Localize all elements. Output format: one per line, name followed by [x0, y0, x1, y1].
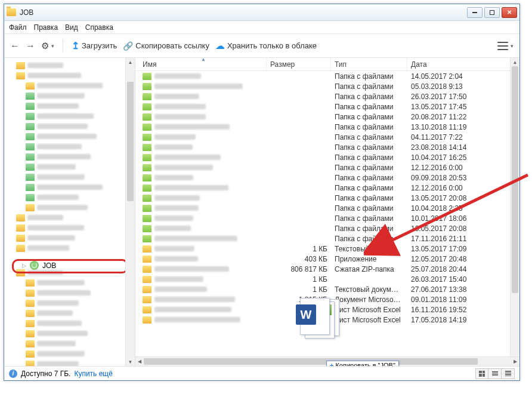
file-row[interactable]: 1 КБ26.03.2017 15:40	[135, 274, 519, 284]
sidebar-item[interactable]	[4, 278, 135, 288]
sidebar-item[interactable]	[4, 359, 135, 366]
sidebar-scrollbar[interactable]: ▲ ▼	[125, 58, 135, 366]
sidebar-item[interactable]	[4, 223, 135, 233]
file-row[interactable]: 1 КБТекстовый докум…13.05.2017 17:09	[135, 244, 519, 254]
menu-edit[interactable]: Правка	[34, 23, 58, 32]
folder-icon	[26, 184, 35, 191]
sidebar-item[interactable]	[4, 328, 135, 338]
scroll-left-icon[interactable]: ◀	[135, 357, 144, 366]
folder-icon	[143, 73, 151, 80]
blurred-filename	[154, 94, 199, 99]
sidebar-item[interactable]	[4, 162, 135, 172]
file-row[interactable]: 403 КБПриложение12.05.2017 20:48	[135, 254, 519, 264]
sidebar-item[interactable]	[4, 81, 135, 91]
file-date-cell: 26.03.2017 17:50	[407, 93, 519, 101]
sidebar-item[interactable]	[4, 152, 135, 162]
sidebar-item[interactable]	[4, 70, 135, 81]
cloud-icon: ☁	[215, 40, 225, 51]
sidebar-item[interactable]	[4, 131, 135, 141]
file-row[interactable]: 11 КБЛист Microsoft Excel17.05.2018 14:1…	[135, 315, 519, 325]
sidebar-item[interactable]	[4, 101, 135, 111]
file-row[interactable]: Папка с файлами13.05.2017 17:45	[135, 101, 519, 112]
file-row[interactable]: 1 КБТекстовый докум…27.06.2017 13:38	[135, 284, 519, 294]
view-list-button[interactable]	[488, 368, 502, 379]
column-date[interactable]: Дата	[407, 58, 519, 70]
file-row[interactable]: Папка с файлами12.12.2016 0:00	[135, 162, 519, 173]
view-icons-button[interactable]	[475, 368, 488, 379]
folder-icon	[16, 245, 25, 252]
file-row[interactable]: Папка с файлами09.09.2018 20:53	[135, 173, 519, 183]
copy-link-button[interactable]: 🔗Скопировать ссылку	[123, 41, 209, 51]
sidebar-item[interactable]	[4, 213, 135, 223]
sidebar-item[interactable]	[4, 60, 135, 70]
file-row[interactable]: 1 815 КБДокумент Microso…09.01.2018 11:0…	[135, 294, 519, 304]
cloud-only-button[interactable]: ☁Хранить только в облаке	[215, 40, 317, 51]
back-button[interactable]: ←	[10, 41, 20, 51]
scroll-thumb[interactable]	[127, 82, 134, 201]
sidebar-item[interactable]	[4, 121, 135, 131]
sidebar-item[interactable]	[4, 172, 135, 182]
view-mode-button[interactable]: ▾	[497, 42, 514, 50]
menu-help[interactable]: Справка	[85, 23, 113, 32]
scroll-up-icon[interactable]: ▲	[126, 58, 135, 66]
sidebar-item[interactable]	[4, 111, 135, 121]
blurred-filename	[154, 287, 207, 292]
file-row[interactable]: Папка с файлами05.03.2018 9:13	[135, 81, 519, 91]
file-row[interactable]: Папка с файлами14.05.2017 2:04	[135, 71, 519, 81]
file-row[interactable]: Папка с файлами26.03.2017 17:50	[135, 91, 519, 101]
titlebar: JOB ✕	[4, 4, 519, 21]
file-row[interactable]: 806 817 КБСжатая ZIP-папка25.07.2018 20:…	[135, 264, 519, 274]
file-size-cell: 1 КБ	[267, 285, 331, 294]
file-row[interactable]: Папка с файлами10.01.2017 18:06	[135, 213, 519, 223]
file-name-cell	[139, 195, 267, 202]
column-type[interactable]: Тип	[331, 58, 407, 70]
file-row[interactable]: Папка с файлами13.05.2017 20:08	[135, 223, 519, 233]
sidebar-item[interactable]	[4, 308, 135, 318]
sidebar-item[interactable]	[4, 243, 135, 253]
forward-button[interactable]: →	[26, 41, 35, 51]
buy-more-link[interactable]: Купить ещё	[74, 370, 113, 378]
file-row[interactable]: Папка с файлами13.10.2018 11:19	[135, 122, 519, 132]
scroll-down-icon[interactable]: ▼	[126, 358, 135, 366]
menu-file[interactable]: Файл	[9, 23, 27, 32]
file-row[interactable]: Папка с файлами23.08.2018 14:14	[135, 142, 519, 152]
sidebar-item[interactable]	[4, 349, 135, 359]
sidebar-item[interactable]	[4, 192, 135, 202]
blurred-filename	[154, 144, 193, 150]
file-row[interactable]: 13 КБЛист Microsoft Excel16.11.2016 19:5…	[135, 304, 519, 315]
sidebar-item[interactable]	[4, 141, 135, 152]
file-row[interactable]: Папка с файлами04.11.2017 7:22	[135, 132, 519, 142]
file-row[interactable]: Папка с файлами10.04.2018 2:35	[135, 203, 519, 213]
sidebar-item[interactable]	[4, 288, 135, 298]
minimize-button[interactable]	[467, 7, 482, 18]
file-size-cell: 806 817 КБ	[267, 265, 331, 273]
sidebar-item[interactable]	[4, 233, 135, 243]
file-row[interactable]: Папка с файлами13.05.2017 20:08	[135, 193, 519, 203]
sidebar-item-job[interactable]: ▷ JOB	[22, 261, 56, 270]
sidebar-item[interactable]	[4, 318, 135, 328]
file-type-cell: Папка с файлами	[331, 174, 407, 182]
column-size[interactable]: Размер	[267, 58, 331, 70]
sidebar-item[interactable]	[4, 298, 135, 308]
file-row[interactable]: Папка с файлами17.11.2016 21:11	[135, 233, 519, 244]
sidebar-item[interactable]	[4, 202, 135, 213]
sidebar-item[interactable]	[4, 338, 135, 349]
settings-button[interactable]: ⚙▾	[41, 41, 54, 51]
upload-button[interactable]: ↥Загрузить	[72, 40, 117, 51]
sidebar-item[interactable]	[4, 91, 135, 101]
maximize-button[interactable]	[484, 7, 500, 18]
scroll-up-icon[interactable]: ▲	[511, 58, 519, 66]
content-scrollbar[interactable]: ▲ ▼	[510, 58, 519, 366]
scroll-thumb[interactable]	[144, 358, 478, 365]
file-row[interactable]: Папка с файлами10.04.2017 16:25	[135, 152, 519, 162]
scroll-right-icon[interactable]: ▶	[511, 357, 519, 366]
view-details-button[interactable]	[502, 368, 515, 379]
scroll-thumb[interactable]	[512, 66, 518, 293]
sidebar-item[interactable]	[4, 182, 135, 192]
menu-view[interactable]: Вид	[65, 23, 78, 32]
file-name-cell	[139, 174, 267, 181]
folder-icon	[26, 279, 35, 287]
file-row[interactable]: Папка с файлами12.12.2016 0:00	[135, 183, 519, 193]
file-row[interactable]: Папка с файлами20.08.2017 11:22	[135, 112, 519, 122]
close-button[interactable]: ✕	[502, 7, 517, 18]
